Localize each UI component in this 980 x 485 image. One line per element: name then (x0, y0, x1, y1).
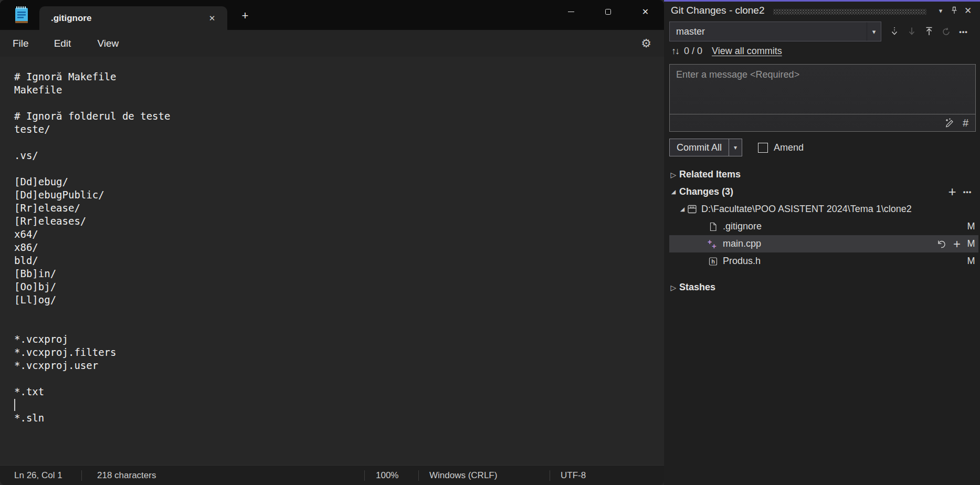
file-status-modified: M (965, 221, 977, 232)
repo-path: D:\Facultate\POO ASISTENT 2024\Tema 1\cl… (701, 204, 912, 215)
git-more-actions-icon[interactable]: ••• (955, 24, 972, 39)
panel-title: Git Changes - clone2 (671, 5, 765, 16)
row-actions: M (965, 221, 978, 232)
close-button[interactable]: ✕ (627, 0, 664, 24)
branch-name: master (670, 26, 705, 37)
changes-label: Changes (3) (679, 186, 733, 197)
pin-icon[interactable] (947, 4, 961, 17)
amend-label: Amend (774, 142, 804, 153)
message-box-footer: # (670, 114, 975, 131)
status-separator (81, 470, 82, 481)
notepad-statusbar: Ln 26, Col 1 218 characters 100% Windows… (0, 465, 664, 485)
drag-grip[interactable] (773, 9, 927, 15)
new-tab-button[interactable]: + (236, 7, 254, 24)
git-changes-panel: Git Changes - clone2 ▾ ✕ master ▾ (664, 0, 980, 485)
tab-title: .gitignore (51, 13, 91, 24)
commit-message-box[interactable]: Enter a message <Required> # (669, 64, 976, 132)
generate-message-sparkle-pen-icon[interactable] (944, 118, 954, 128)
settings-gear-icon[interactable]: ⚙ (636, 35, 656, 52)
pull-icon[interactable] (903, 24, 920, 39)
stashes-collapsed-icon[interactable]: ▷ (668, 283, 679, 292)
git-toolbar: master ▾ (664, 18, 980, 41)
document-file-icon (707, 222, 719, 231)
cpp-file-icon: ++ (707, 238, 719, 250)
maximize-icon (605, 9, 611, 15)
git-action-icons: ••• (886, 24, 972, 39)
repo-expanded-icon[interactable]: ◢ (678, 206, 687, 213)
window-controls: ✕ (552, 0, 664, 24)
file-status-modified: M (965, 256, 977, 267)
notepad-app-icon (14, 6, 29, 25)
file-name: Produs.h (723, 256, 761, 267)
commit-all-split-button: Commit All ▾ (669, 139, 742, 156)
maximize-button[interactable] (589, 0, 627, 24)
sync-counts: 0 / 0 (684, 46, 702, 57)
push-icon[interactable] (920, 24, 937, 39)
branch-selector[interactable]: master ▾ (669, 22, 881, 41)
insert-issue-hash-icon[interactable]: # (963, 117, 968, 129)
status-cursor-position: Ln 26, Col 1 (14, 466, 62, 485)
stage-all-plus-icon[interactable]: + (944, 184, 960, 200)
status-zoom-level[interactable]: 100% (376, 466, 398, 485)
notepad-menubar: File Edit View ⚙ (0, 30, 664, 57)
file-name: main.cpp (723, 238, 761, 249)
stashes-label: Stashes (679, 282, 715, 293)
file-name: .gitignore (723, 221, 762, 232)
commit-all-button[interactable]: Commit All (670, 139, 729, 156)
commit-row: Commit All ▾ Amend (669, 139, 975, 156)
outgoing-incoming-icon: ↑↓ (671, 46, 679, 57)
amend-checkbox[interactable] (758, 143, 768, 153)
stage-file-plus-icon[interactable]: + (949, 237, 965, 251)
branch-dropdown-chevron-icon[interactable]: ▾ (867, 22, 881, 41)
header-file-icon: h (707, 257, 719, 266)
status-separator (550, 470, 550, 481)
repo-icon (687, 204, 697, 214)
status-separator (418, 470, 419, 481)
changes-more-actions-icon[interactable]: ••• (960, 188, 975, 196)
tab-gitignore[interactable]: .gitignore ✕ (39, 6, 227, 30)
notepad-titlebar: .gitignore ✕ + ✕ (0, 0, 664, 30)
status-separator (364, 470, 365, 481)
minimize-icon (568, 12, 574, 12)
menu-view[interactable]: View (92, 35, 124, 52)
related-items-label: Related Items (679, 169, 741, 180)
undo-changes-icon[interactable] (933, 237, 949, 251)
fetch-icon[interactable] (886, 24, 903, 39)
git-panel-header: Git Changes - clone2 ▾ ✕ (664, 2, 980, 18)
tab-close-icon[interactable]: ✕ (204, 10, 220, 26)
menu-file[interactable]: File (7, 35, 34, 52)
editor-area[interactable]: # Ignoră Makefile Makefile # Ignoră fold… (0, 57, 664, 465)
view-all-commits-link[interactable]: View all commits (712, 46, 782, 57)
repo-root-row[interactable]: ◢ D:\Facultate\POO ASISTENT 2024\Tema 1\… (664, 201, 980, 218)
commit-options-chevron-icon[interactable]: ▾ (729, 139, 742, 156)
file-row-produs-h[interactable]: h Produs.h M (669, 252, 978, 270)
svg-text:h: h (711, 258, 715, 265)
commit-message-placeholder: Enter a message <Required> (670, 65, 975, 85)
changes-section-header[interactable]: ◢ Changes (3) + ••• (664, 183, 980, 201)
editor-text[interactable]: # Ignoră Makefile Makefile # Ignoră fold… (0, 57, 664, 425)
file-row-gitignore[interactable]: .gitignore M (669, 218, 978, 235)
refresh-icon[interactable] (937, 24, 955, 39)
status-line-ending[interactable]: Windows (CRLF) (429, 466, 497, 485)
menu-edit[interactable]: Edit (49, 35, 77, 52)
editor-caret (14, 399, 15, 411)
related-items-collapsed-icon[interactable]: ▷ (668, 171, 679, 179)
row-actions: + M (933, 237, 978, 251)
sync-status-row: ↑↓ 0 / 0 View all commits (664, 41, 980, 60)
row-actions: M (965, 256, 978, 267)
notepad-window: .gitignore ✕ + ✕ File Edit View ⚙ # Igno… (0, 0, 664, 485)
status-char-count: 218 characters (97, 466, 156, 485)
panel-close-icon[interactable]: ✕ (961, 4, 975, 17)
changes-expanded-icon[interactable]: ◢ (668, 188, 679, 195)
file-row-main-cpp[interactable]: ++ main.cpp + M (669, 235, 978, 252)
status-encoding[interactable]: UTF-8 (561, 466, 586, 485)
amend-control: Amend (758, 142, 804, 153)
related-items-section[interactable]: ▷ Related Items (664, 166, 980, 183)
close-icon: ✕ (642, 7, 649, 17)
stashes-section[interactable]: ▷ Stashes (664, 279, 980, 296)
panel-menu-chevron-icon[interactable]: ▾ (934, 4, 947, 17)
minimize-button[interactable] (552, 0, 589, 24)
file-status-modified: M (965, 238, 977, 249)
